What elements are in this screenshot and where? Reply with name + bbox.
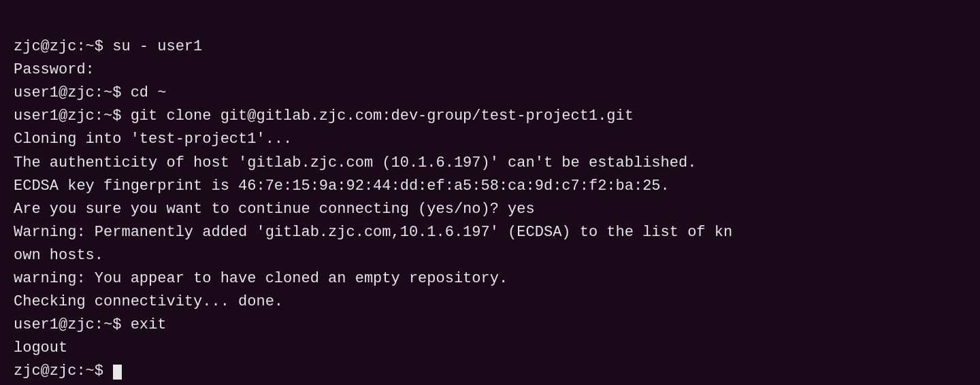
terminal-line: user1@zjc:~$ exit — [14, 314, 966, 337]
terminal-line: Are you sure you want to continue connec… — [14, 198, 966, 221]
terminal-line: Warning: Permanently added 'gitlab.zjc.c… — [14, 221, 966, 244]
terminal-line: zjc@zjc:~$ su - user1 — [14, 35, 966, 58]
terminal-line: Checking connectivity... done. — [14, 290, 966, 314]
terminal-window[interactable]: zjc@zjc:~$ su - user1Password:user1@zjc:… — [0, 0, 980, 385]
terminal-line: ECDSA key fingerprint is 46:7e:15:9a:92:… — [14, 175, 966, 198]
cursor — [113, 365, 122, 380]
terminal-line: user1@zjc:~$ git clone git@gitlab.zjc.co… — [14, 105, 966, 128]
terminal-line: logout — [14, 337, 966, 360]
terminal-line: user1@zjc:~$ cd ~ — [14, 82, 966, 105]
terminal-line: warning: You appear to have cloned an em… — [14, 267, 966, 290]
terminal-line: zjc@zjc:~$ — [14, 360, 966, 383]
terminal-line: The authenticity of host 'gitlab.zjc.com… — [14, 152, 966, 175]
terminal-line: Cloning into 'test-project1'... — [14, 128, 966, 151]
terminal-line: Password: — [14, 58, 966, 82]
terminal-line: own hosts. — [14, 244, 966, 267]
